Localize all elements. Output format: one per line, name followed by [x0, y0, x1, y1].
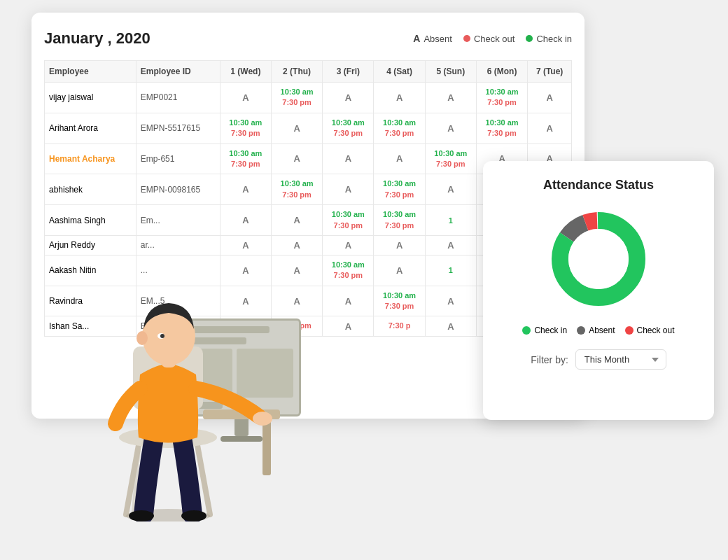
- day-cell: 10:30 am7:30 pm: [323, 113, 374, 144]
- day-cell: 1: [425, 205, 476, 236]
- day-cell: A: [528, 83, 572, 113]
- day-cell: A: [374, 255, 425, 286]
- person-illustration: [56, 214, 280, 522]
- checkout-dot: [463, 35, 470, 42]
- day-cell: A: [425, 316, 476, 336]
- absent-letter: A: [413, 33, 420, 44]
- day-cell: 10:30 am7:30 pm: [476, 113, 527, 144]
- legend-absent: A Absent: [413, 33, 452, 44]
- day-cell: A: [220, 83, 271, 113]
- day-cell: A: [323, 83, 374, 113]
- checkin-status-dot: [522, 326, 531, 335]
- employee-id: EMPN-0098165: [136, 174, 220, 205]
- status-card: Attendance Status Check in Absent Check …: [483, 161, 714, 420]
- card-header: January , 2020 A Absent Check out Check …: [44, 29, 572, 48]
- svg-point-13: [129, 510, 154, 522]
- day-cell: 10:30 am7:30 pm: [220, 113, 271, 144]
- donut-chart: [546, 206, 651, 312]
- day-cell: 10:30 am7:30 pm: [374, 205, 425, 236]
- day-cell: 10:30 am7:30 pm: [220, 144, 271, 174]
- col-day-1: 1 (Wed): [220, 61, 271, 83]
- svg-rect-12: [262, 419, 271, 475]
- svg-point-14: [181, 510, 206, 522]
- col-day-5: 5 (Sun): [425, 61, 476, 83]
- col-employee-id: Employee ID: [136, 61, 220, 83]
- donut-svg: [546, 206, 651, 312]
- day-cell: A: [425, 113, 476, 144]
- day-cell: A: [323, 316, 374, 336]
- svg-point-20: [160, 334, 164, 338]
- status-title: Attendance Status: [543, 178, 654, 192]
- col-day-7: 7 (Tue): [528, 61, 572, 83]
- day-cell: 10:30 am7:30 pm: [271, 174, 322, 205]
- day-cell: 10:30 am7:30 pm: [323, 255, 374, 286]
- day-cell: A: [425, 174, 476, 205]
- svg-point-18: [136, 331, 148, 345]
- legend-checkin: Check in: [526, 34, 572, 44]
- day-cell: A: [374, 83, 425, 113]
- day-cell: A: [425, 286, 476, 316]
- col-day-6: 6 (Mon): [476, 61, 527, 83]
- day-cell: 10:30 am7:30 pm: [425, 144, 476, 174]
- legend-checkout: Check out: [463, 34, 515, 44]
- day-cell: A: [323, 235, 374, 255]
- day-cell: A: [374, 144, 425, 174]
- legend-absent-item: Absent: [577, 326, 615, 335]
- card-title: January , 2020: [44, 29, 150, 48]
- employee-name: Hemant Acharya: [45, 144, 136, 174]
- day-cell: 10:30 am7:30 pm: [271, 83, 322, 113]
- day-cell: A: [528, 113, 572, 144]
- day-cell: 10:30 am7:30 pm: [476, 83, 527, 113]
- table-header-row: Employee Employee ID 1 (Wed) 2 (Thu) 3 (…: [45, 61, 572, 83]
- svg-point-15: [253, 412, 272, 426]
- day-cell: 7:30 p: [374, 316, 425, 336]
- table-row: vijay jaiswalEMP0021A10:30 am7:30 pmAAA1…: [45, 83, 572, 113]
- employee-name: abhishek: [45, 174, 136, 205]
- employee-id: EMPN-5517615: [136, 113, 220, 144]
- col-day-3: 3 (Fri): [323, 61, 374, 83]
- day-cell: A: [425, 83, 476, 113]
- filter-label: Filter by:: [531, 354, 568, 365]
- day-cell: A: [374, 235, 425, 255]
- table-row: Arihant AroraEMPN-551761510:30 am7:30 pm…: [45, 113, 572, 144]
- day-cell: 1: [425, 255, 476, 286]
- day-cell: 10:30 am7:30 pm: [374, 286, 425, 316]
- checkout-status-dot: [625, 326, 634, 335]
- day-cell: 10:30 am7:30 pm: [323, 205, 374, 236]
- day-cell: 10:30 am7:30 pm: [374, 174, 425, 205]
- legend-checkout-item: Check out: [625, 326, 675, 335]
- day-cell: A: [425, 235, 476, 255]
- absent-legend-label: Absent: [589, 326, 615, 335]
- filter-select[interactable]: This Month This Week Today: [575, 349, 666, 370]
- svg-point-3: [568, 229, 629, 289]
- day-cell: A: [323, 144, 374, 174]
- absent-status-dot: [577, 326, 585, 335]
- employee-id: Emp-651: [136, 144, 220, 174]
- col-day-2: 2 (Thu): [271, 61, 322, 83]
- col-day-4: 4 (Sat): [374, 61, 425, 83]
- day-cell: A: [271, 144, 322, 174]
- filter-row: Filter by: This Month This Week Today: [497, 349, 700, 370]
- checkin-legend-label: Check in: [534, 326, 567, 335]
- day-cell: A: [220, 174, 271, 205]
- status-legend: Check in Absent Check out: [522, 326, 674, 335]
- legend-checkin-item: Check in: [522, 326, 567, 335]
- absent-text: Absent: [424, 34, 451, 44]
- employee-name: vijay jaiswal: [45, 83, 136, 113]
- employee-id: EMP0021: [136, 83, 220, 113]
- checkout-legend-label: Check out: [637, 326, 675, 335]
- legend: A Absent Check out Check in: [413, 33, 572, 44]
- checkin-legend-text: Check in: [536, 34, 572, 44]
- day-cell: A: [271, 113, 322, 144]
- day-cell: 10:30 am7:30 pm: [374, 113, 425, 144]
- employee-name: Arihant Arora: [45, 113, 136, 144]
- day-cell: A: [323, 286, 374, 316]
- day-cell: A: [323, 174, 374, 205]
- col-employee: Employee: [45, 61, 136, 83]
- checkin-dot: [526, 35, 533, 42]
- checkout-legend-text: Check out: [474, 34, 515, 44]
